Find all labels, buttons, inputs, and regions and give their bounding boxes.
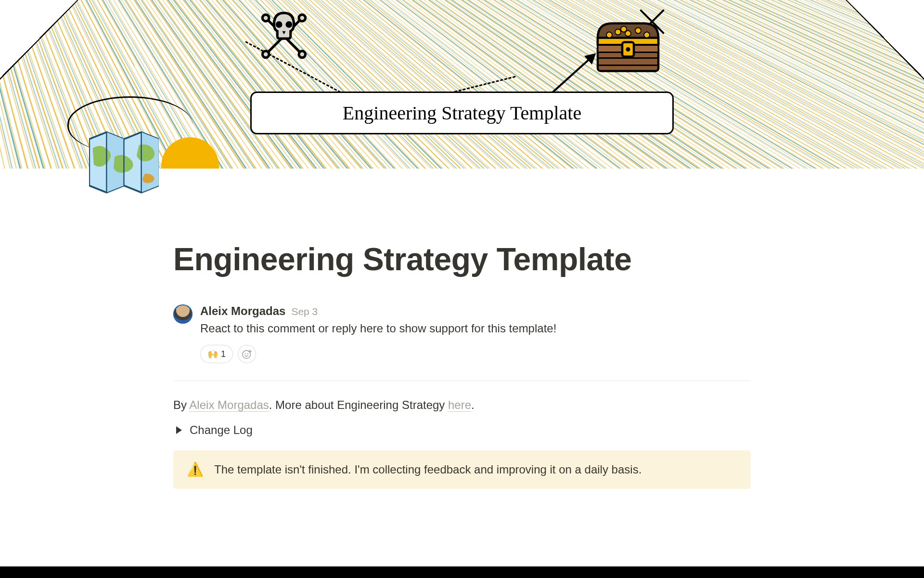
byline: By Aleix Morgadas. More about Engineerin… — [173, 398, 751, 412]
svg-point-6 — [276, 21, 282, 28]
warning-icon: ⚠️ — [187, 463, 204, 476]
svg-point-2 — [262, 14, 269, 21]
bottom-bar — [0, 566, 924, 578]
comment-text: React to this comment or reply here to s… — [200, 322, 751, 335]
add-emoji-icon — [242, 349, 252, 359]
callout-text: The template isn't finished. I'm collect… — [214, 463, 642, 476]
svg-point-10 — [615, 29, 621, 35]
byline-suffix: . — [471, 398, 475, 411]
svg-marker-23 — [141, 132, 159, 192]
svg-point-13 — [644, 32, 650, 38]
svg-point-12 — [635, 28, 641, 34]
byline-mid: . More about Engineering Strategy — [269, 398, 448, 411]
svg-point-14 — [621, 26, 627, 32]
here-link[interactable]: here — [448, 398, 471, 412]
page-title: Engineering Strategy Template — [173, 241, 751, 277]
svg-point-28 — [244, 353, 245, 354]
byline-prefix: By — [173, 398, 189, 411]
page-content: Engineering Strategy Template Aleix Morg… — [173, 169, 751, 489]
reaction-pill[interactable]: 🙌 1 — [200, 345, 233, 363]
reaction-emoji: 🙌 — [207, 349, 218, 359]
toggle-change-log[interactable]: Change Log — [173, 423, 751, 437]
reaction-count: 1 — [221, 349, 226, 359]
comment-date: Sep 3 — [291, 306, 318, 317]
caret-right-icon — [176, 426, 182, 434]
svg-point-5 — [299, 51, 306, 58]
svg-point-3 — [299, 14, 306, 21]
svg-point-9 — [606, 32, 612, 38]
avatar[interactable] — [173, 304, 192, 324]
svg-point-18 — [626, 47, 630, 52]
page-icon-world-map[interactable] — [89, 131, 159, 194]
svg-point-29 — [247, 353, 248, 354]
callout-warning: ⚠️ The template isn't finished. I'm coll… — [173, 450, 751, 489]
skull-crossbones-icon — [255, 7, 313, 65]
author-link[interactable]: Aleix Morgadas — [189, 398, 269, 412]
comment-block: Aleix Morgadas Sep 3 React to this comme… — [173, 304, 751, 381]
treasure-chest-icon — [592, 12, 664, 79]
svg-point-7 — [285, 21, 292, 28]
add-reaction-button[interactable] — [238, 345, 256, 363]
svg-point-4 — [262, 51, 269, 58]
comment-author[interactable]: Aleix Morgadas — [200, 304, 285, 318]
toggle-label: Change Log — [190, 423, 253, 437]
cover-banner: Engineering Strategy Template — [250, 92, 674, 134]
